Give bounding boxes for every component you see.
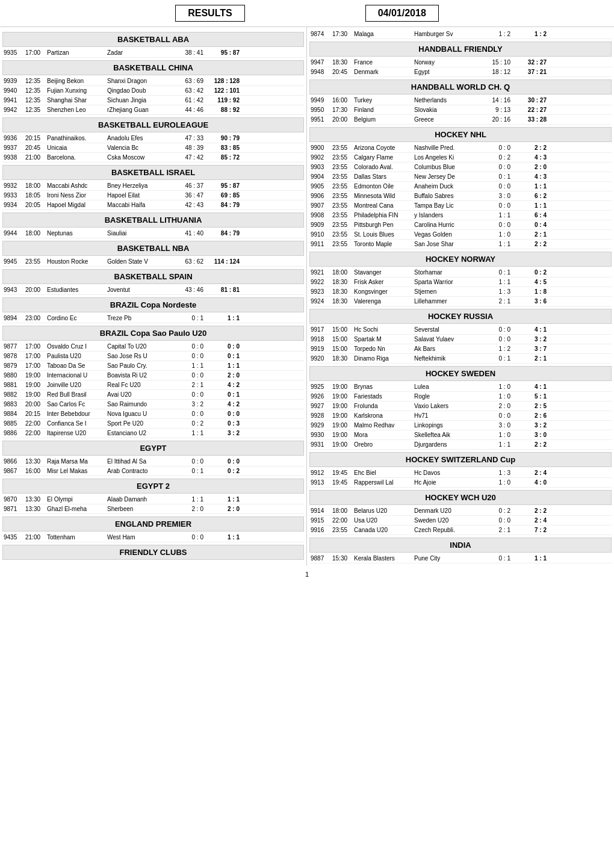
section: BASKETBALL ABA 9935 17:00 Partizan Zadar…: [2, 32, 304, 58]
match-team1: Finland: [354, 107, 414, 113]
match-time: 20:05: [25, 202, 47, 208]
match-team1: Canada U20: [354, 527, 414, 533]
match-team2: West Ham: [107, 534, 173, 541]
section-header: BASKETBALL NBA: [2, 241, 304, 256]
match-row: 9938 21:00 Barcelona. Cska Moscow 47 : 4…: [2, 153, 304, 163]
match-score: 114 : 124: [203, 258, 240, 265]
match-row: 9905 23:55 Edmonton Oile Anaheim Duck 0 …: [309, 182, 612, 191]
match-score: 2 : 0: [510, 164, 547, 170]
match-ht: 2 : 1: [480, 527, 510, 533]
match-row: 9924 18:30 Valerenga Lillehammer 2 : 1 3…: [309, 297, 612, 306]
page-header: RESULTS 04/01/2018: [0, 0, 614, 27]
match-team1: Confianca Se I: [47, 420, 107, 427]
match-score: 3 : 0: [510, 432, 547, 438]
match-id: 9867: [4, 468, 25, 474]
match-score: 2 : 6: [510, 412, 547, 419]
section-header: EGYPT: [2, 441, 304, 456]
match-ht: 0 : 1: [173, 468, 203, 474]
match-score: 95 : 87: [203, 182, 240, 189]
match-team2: Arab Contracto: [107, 468, 173, 474]
section: FRIENDLY CLUBS: [2, 545, 304, 560]
section-header: BASKETBALL CHINA: [2, 60, 304, 75]
section-header: BASKETBALL EUROLEAGUE: [2, 117, 304, 132]
section-header: BRAZIL Copa Nordeste: [2, 297, 304, 312]
match-time: 18:30: [332, 298, 354, 305]
match-id: 9944: [4, 230, 25, 237]
match-score: 1 : 1: [203, 315, 240, 321]
match-id: 9933: [4, 192, 25, 199]
match-time: 22:00: [25, 420, 47, 427]
match-team2: y Islanders: [414, 212, 480, 219]
match-team2: San Jose Shar: [414, 241, 480, 247]
match-row: 9885 22:00 Confianca Se I Sport Pe U20 0…: [2, 419, 304, 429]
match-row: 9947 18:30 France Norway 15 : 10 32 : 27: [309, 58, 612, 67]
section: EGYPT 9866 13:30 Raja Marsa Ma El Ittiha…: [2, 441, 304, 476]
match-score: 4 : 2: [203, 382, 240, 388]
match-score: 122 : 101: [203, 87, 240, 94]
match-ht: 1 : 1: [480, 212, 510, 219]
match-id: 9907: [311, 202, 332, 209]
match-time: 18:30: [332, 288, 354, 295]
match-ht: 0 : 0: [173, 343, 203, 350]
match-team1: Belgium: [354, 116, 414, 123]
match-ht: 61 : 42: [173, 97, 203, 104]
match-time: 18:05: [25, 192, 47, 199]
match-ht: 0 : 0: [480, 202, 510, 209]
match-id: 9934: [4, 202, 25, 208]
match-id: 9878: [4, 353, 25, 359]
match-team1: Brynas: [354, 383, 414, 390]
match-row: 9435 21:00 Tottenham West Ham 0 : 0 1 : …: [2, 533, 304, 542]
match-id: 9943: [4, 287, 25, 293]
match-team1: Malmo Redhav: [354, 422, 414, 429]
match-time: 23:55: [332, 202, 354, 209]
match-score: 85 : 72: [203, 154, 240, 161]
match-row: 9884 20:15 Inter Bebebdour Nova Iguacu U…: [2, 409, 304, 419]
match-ht: 0 : 0: [480, 164, 510, 170]
section-header: EGYPT 2: [2, 479, 304, 494]
match-team1: Ghazl El-meha: [47, 506, 107, 512]
match-team1: Unicaia: [47, 144, 107, 151]
match-time: 21:00: [25, 534, 47, 541]
match-id: 9879: [4, 362, 25, 369]
match-ht: 0 : 0: [173, 411, 203, 417]
section: HOCKEY NHL 9900 23:55 Arizona Coyote Nas…: [309, 127, 612, 249]
section: HANDBALL WORLD CH. Q 9949 16:00 Turkey N…: [309, 79, 612, 125]
match-team2: Shanxi Dragon: [107, 78, 173, 84]
match-team2: Neftekhimik: [414, 355, 480, 362]
match-team2: Valencia Bc: [107, 144, 173, 151]
match-team2: Hv71: [414, 412, 480, 419]
match-time: 15:00: [332, 346, 354, 352]
match-score: 0 : 0: [203, 343, 240, 350]
match-ht: 2 : 0: [480, 403, 510, 409]
match-team1: Houston Rocke: [47, 258, 107, 265]
match-team1: Ehc Biel: [354, 470, 414, 476]
match-time: 19:00: [332, 441, 354, 448]
match-score: 5 : 1: [510, 393, 547, 400]
match-team2: Netherlands: [414, 97, 480, 104]
match-time: 23:00: [25, 315, 47, 321]
match-id: 9917: [311, 326, 332, 333]
match-time: 23:55: [332, 144, 354, 151]
section: 9874 17:30 Malaga Hamburger Sv 1 : 2 1 :…: [309, 29, 612, 39]
match-row: 9902 23:55 Calgary Flame Los Angeles Ki …: [309, 153, 612, 163]
match-id: 9911: [311, 241, 332, 247]
match-row: 9912 19:45 Ehc Biel Hc Davos 1 : 3 2 : 4: [309, 468, 612, 478]
match-team1: Shenzhen Leo: [47, 107, 107, 113]
match-ht: 1 : 1: [480, 241, 510, 247]
match-ht: 46 : 37: [173, 182, 203, 189]
match-row: 9881 19:00 Joinville U20 Real Fc U20 2 :…: [2, 380, 304, 390]
match-score: 33 : 28: [510, 116, 547, 123]
match-time: 18:00: [25, 230, 47, 237]
match-score: 84 : 79: [203, 230, 240, 237]
match-team2: Severstal: [414, 326, 480, 333]
match-row: 9925 19:00 Brynas Lulea 1 : 0 4 : 1: [309, 382, 612, 392]
match-ht: 0 : 0: [173, 353, 203, 359]
match-team1: Karlskrona: [354, 412, 414, 419]
match-id: 9919: [311, 346, 332, 352]
match-id: 9905: [311, 183, 332, 190]
match-ht: 15 : 10: [480, 59, 510, 66]
section: HOCKEY WCH U20 9914 18:00 Belarus U20 De…: [309, 490, 612, 535]
match-time: 17:30: [332, 107, 354, 113]
match-time: 19:00: [332, 403, 354, 409]
match-id: 9886: [4, 430, 25, 436]
